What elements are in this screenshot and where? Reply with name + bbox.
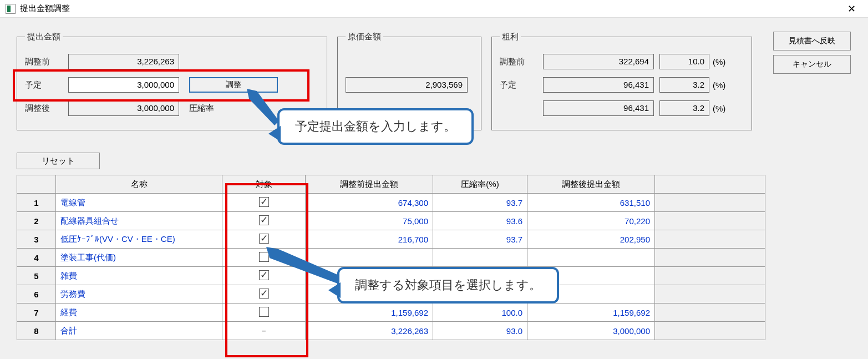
profit-plan-label: 予定: [500, 80, 543, 90]
table-row[interactable]: 4塗装工事(代価): [17, 249, 765, 267]
row-target[interactable]: [222, 249, 306, 267]
row-tail: [655, 304, 765, 322]
row-rate: 93.6: [433, 212, 527, 230]
row-tail: [655, 194, 765, 212]
checkbox-icon[interactable]: [259, 197, 269, 207]
row-after: 631,510: [527, 194, 655, 212]
row-number: 7: [17, 304, 56, 322]
plan-label: 予定: [25, 80, 68, 90]
cost-value: 2,903,569: [346, 77, 468, 93]
row-target[interactable]: [222, 230, 306, 249]
adjust-button[interactable]: 調整: [189, 77, 278, 93]
th-target: 対象: [222, 175, 306, 194]
row-before: 216,700: [306, 230, 433, 249]
checkbox-icon[interactable]: [259, 270, 269, 280]
app-icon: [6, 4, 16, 14]
row-target[interactable]: [222, 304, 306, 322]
row-tail: [655, 285, 765, 304]
row-number: 4: [17, 249, 56, 267]
row-target[interactable]: [222, 194, 306, 212]
after-value: 3,000,000: [68, 100, 179, 116]
row-name: 雑費: [56, 267, 222, 285]
after-label: 調整後: [25, 103, 68, 114]
before-value: 3,226,263: [68, 54, 179, 69]
checkbox-icon[interactable]: [259, 215, 269, 225]
th-name: 名称: [56, 175, 222, 194]
table-row[interactable]: 7経費1,159,692100.01,159,692: [17, 304, 765, 322]
callout-target-select: 調整する対象項目を選択します。: [337, 267, 559, 304]
th-tail: [655, 175, 765, 194]
row-target: －: [222, 322, 306, 340]
adjustment-table: 名称 対象 調整前提出金額 圧縮率(%) 調整後提出金額 1電線管674,300…: [17, 175, 765, 340]
row-before: 674,300: [306, 194, 433, 212]
pct-unit-2: (%): [713, 80, 725, 90]
row-after: 1,159,692: [527, 304, 655, 322]
checkbox-icon[interactable]: [259, 289, 269, 299]
table-row[interactable]: 8合計－3,226,26393.03,000,000: [17, 322, 765, 340]
row-number: 8: [17, 322, 56, 340]
titlebar: 提出金額調整 ✕: [0, 0, 868, 18]
profit-plan-pct: 3.2: [659, 77, 709, 93]
profit-before-label: 調整前: [500, 57, 543, 67]
th-rate: 圧縮率(%): [433, 175, 527, 194]
row-rate: 93.0: [433, 322, 527, 340]
row-tail: [655, 249, 765, 267]
profit-after-pct: 3.2: [659, 100, 709, 116]
submission-legend: 提出金額: [25, 32, 63, 42]
row-name: 労務費: [56, 285, 222, 304]
row-name: 配線器具組合せ: [56, 212, 222, 230]
row-before: 1,159,692: [306, 304, 433, 322]
close-icon[interactable]: ✕: [840, 3, 862, 15]
before-label: 調整前: [25, 57, 68, 67]
row-before: 75,000: [306, 212, 433, 230]
table-row[interactable]: 2配線器具組合せ75,00093.670,220: [17, 212, 765, 230]
row-after: [527, 249, 655, 267]
row-tail: [655, 230, 765, 249]
window-title: 提出金額調整: [20, 3, 840, 14]
checkbox-icon[interactable]: [259, 234, 269, 244]
row-target[interactable]: [222, 285, 306, 304]
profit-legend: 粗利: [500, 32, 521, 42]
row-target[interactable]: [222, 267, 306, 285]
row-number: 5: [17, 267, 56, 285]
row-number: 2: [17, 212, 56, 230]
cost-legend: 原価金額: [346, 32, 383, 42]
row-number: 6: [17, 285, 56, 304]
row-after: 70,220: [527, 212, 655, 230]
row-after: 202,950: [527, 230, 655, 249]
row-after: 3,000,000: [527, 322, 655, 340]
row-number: 1: [17, 194, 56, 212]
reset-button[interactable]: リセット: [17, 153, 100, 169]
profit-after-amount: 96,431: [543, 100, 654, 116]
profit-plan-amount: 96,431: [543, 77, 654, 93]
row-tail: [655, 322, 765, 340]
callout-plan-input: 予定提出金額を入力します。: [277, 108, 474, 145]
checkbox-icon[interactable]: [259, 307, 269, 317]
th-blank: [17, 175, 56, 194]
row-tail: [655, 212, 765, 230]
row-rate: 93.7: [433, 230, 527, 249]
pct-unit-3: (%): [713, 104, 725, 113]
row-name: 塗装工事(代価): [56, 249, 222, 267]
row-rate: 100.0: [433, 304, 527, 322]
cancel-button[interactable]: キャンセル: [773, 55, 851, 74]
row-name: 低圧ｹｰﾌﾞﾙ(VV・CV・EE・CE): [56, 230, 222, 249]
plan-input[interactable]: 3,000,000: [68, 77, 179, 93]
profit-before-amount: 322,694: [543, 54, 654, 69]
table-row[interactable]: 3低圧ｹｰﾌﾞﾙ(VV・CV・EE・CE)216,70093.7202,950: [17, 230, 765, 249]
checkbox-icon[interactable]: [259, 252, 269, 262]
row-name: 経費: [56, 304, 222, 322]
row-before: [306, 249, 433, 267]
pct-unit-1: (%): [713, 57, 725, 67]
th-after: 調整後提出金額: [527, 175, 655, 194]
row-name: 電線管: [56, 194, 222, 212]
row-rate: [433, 249, 527, 267]
compress-label: 圧縮率: [189, 103, 214, 114]
row-target[interactable]: [222, 212, 306, 230]
table-row[interactable]: 1電線管674,30093.7631,510: [17, 194, 765, 212]
profit-group: 粗利 調整前 322,694 10.0 (%) 予定 96,431 3.2 (%…: [491, 32, 752, 130]
profit-before-pct: 10.0: [659, 54, 709, 69]
th-before: 調整前提出金額: [306, 175, 433, 194]
reflect-button[interactable]: 見積書へ反映: [773, 32, 851, 50]
table-header-row: 名称 対象 調整前提出金額 圧縮率(%) 調整後提出金額: [17, 175, 765, 194]
